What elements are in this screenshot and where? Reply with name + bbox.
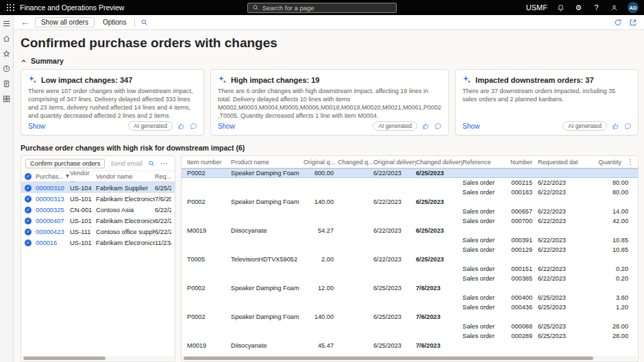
col-product-name[interactable]: Product name [231, 159, 304, 166]
show-all-orders-button[interactable]: Show all orders [35, 17, 95, 27]
cell-vendor-name: Contoso Asia [96, 206, 155, 214]
col-requested-date[interactable]: Requested date [532, 159, 578, 166]
po-line-row[interactable]: T0005TelevisionHDTVX590522.006/22/20236/… [182, 255, 638, 264]
col-reference[interactable]: Reference [462, 159, 502, 166]
col-vendor[interactable]: Vendor ... [70, 170, 96, 183]
options-menu[interactable]: Options [100, 18, 129, 27]
workspaces-icon[interactable] [3, 94, 11, 103]
col-changed-delivery[interactable]: Changed delivery d... [416, 159, 462, 166]
back-arrow-icon[interactable]: ← [21, 18, 29, 27]
show-link[interactable]: Show [462, 122, 480, 130]
thumbs-up-icon[interactable] [612, 122, 619, 130]
scrollbar-thumb[interactable] [184, 357, 593, 360]
po-line-row[interactable]: M0019Diisocyanate54.276/22/20236/25/2023 [182, 226, 638, 235]
page-search-input[interactable]: Search for a page [247, 3, 397, 13]
thumbs-up-icon[interactable] [422, 122, 430, 130]
grid-more-icon[interactable]: ⋮ [627, 158, 634, 166]
summary-section-toggle[interactable]: Summary [21, 57, 639, 65]
downstream-order-row[interactable]: Sales order0001836/22/202380.00 [182, 188, 638, 197]
downstream-order-row[interactable]: Sales order0001516/22/20230.20 [182, 264, 638, 274]
downstream-order-row[interactable]: Sales order0007006/22/202342.00 [182, 216, 638, 226]
home-icon[interactable] [3, 34, 11, 42]
chat-feedback-icon[interactable] [190, 122, 197, 130]
po-row[interactable]: ✓000016US-101Fabrikam Electronics11/23/2 [21, 237, 175, 248]
cell-requested-date: 6/25/2023 [532, 333, 578, 339]
po-line-row[interactable]: P0002Speaker Damping Foam140.006/22/2023… [182, 197, 638, 207]
po-link[interactable]: 00000423 [36, 228, 64, 235]
open-in-new-window-icon[interactable] [629, 18, 637, 27]
col-original-delivery[interactable]: Original delivery d... [373, 159, 416, 166]
menu-icon[interactable] [3, 19, 11, 27]
downstream-order-row[interactable]: Sales order0004366/25/20231.20 [182, 302, 638, 312]
toolbar-more-icon[interactable]: ⋯ [160, 159, 168, 167]
send-email-button[interactable]: Send email [110, 160, 143, 167]
downstream-order-row[interactable]: Sales order0003916/22/202310.85 [182, 235, 638, 245]
downstream-order-row[interactable]: Sales order0002156/22/202380.00 [182, 178, 638, 188]
avatar[interactable]: AD [628, 2, 639, 13]
cell-quantity: 10.85 [578, 246, 634, 253]
downstream-order-row[interactable]: Sales order0001296/22/202310.85 [182, 245, 638, 255]
horizontal-scrollbar[interactable] [22, 356, 174, 361]
po-link[interactable]: 00000325 [36, 206, 64, 214]
po-row[interactable]: ✓00000325CN-001Contoso Asia6/22/20 [21, 204, 175, 215]
star-favorites-icon[interactable] [3, 49, 11, 57]
show-link[interactable]: Show [218, 122, 235, 130]
cell-requested-date: 6/22/2023 [532, 246, 578, 253]
refresh-icon[interactable] [614, 18, 622, 27]
downstream-order-row[interactable]: Sales order0002896/25/202328.00 [182, 331, 638, 341]
downstream-order-row[interactable]: Sales order0000886/25/202328.00 [182, 322, 638, 331]
row-checkbox[interactable]: ✓ [25, 185, 32, 192]
chat-feedback-icon[interactable] [434, 122, 442, 130]
help-icon[interactable]: ? [592, 3, 601, 12]
row-checkbox[interactable]: ✓ [25, 229, 32, 235]
po-row[interactable]: ✓00000423US-111Contoso office supply6/22… [21, 226, 175, 237]
downstream-order-row[interactable]: Sales order0004006/25/20233.60 [182, 293, 638, 302]
col-changed-qty[interactable]: Changed q... [338, 159, 373, 166]
cell-requested-date: 6/25/2023 [532, 294, 578, 301]
notifications-icon[interactable] [556, 4, 565, 12]
clock-recent-icon[interactable] [3, 64, 11, 73]
settings-gear-icon[interactable]: ⚙ [574, 3, 583, 12]
form-document-icon[interactable] [3, 79, 11, 88]
po-line-row[interactable]: P0002Speaker Damping Foam800.006/22/2023… [182, 168, 638, 178]
downstream-order-row[interactable]: Sales order0006576/22/202314.00 [182, 207, 638, 216]
cell-number: 000129 [502, 246, 532, 253]
scrollbar-thumb[interactable] [23, 357, 106, 360]
po-link[interactable]: 00000310 [36, 184, 64, 192]
po-line-row[interactable]: P0002Speaker Damping Foam12.006/25/20237… [182, 283, 638, 293]
col-number[interactable]: Number [502, 159, 532, 166]
po-link[interactable]: 00000407 [36, 217, 64, 224]
thumbs-up-icon[interactable] [177, 122, 185, 130]
cell-number: 000151 [502, 266, 532, 272]
confirm-purchase-orders-button[interactable]: Confirm purchase orders [25, 159, 105, 168]
downstream-order-row[interactable]: Sales order0003856/22/20230.20 [182, 274, 638, 283]
horizontal-scrollbar[interactable] [182, 356, 637, 361]
po-line-row[interactable]: M0019Diisocyanate45.476/25/20237/6/2023 [182, 341, 638, 350]
person-icon[interactable] [610, 4, 619, 12]
chat-feedback-icon[interactable] [624, 122, 632, 130]
cell-requested: 11/23/2 [155, 239, 171, 246]
col-original-qty[interactable]: Original q... [304, 159, 338, 166]
cell-original-qty: 140.00 [304, 198, 338, 205]
col-vendor-name[interactable]: Vendor name [96, 173, 155, 180]
po-row[interactable]: ✓00000310US-104Fabrikam Supplier6/25/20 [21, 182, 175, 193]
row-checkbox[interactable]: ✓ [25, 240, 32, 246]
po-line-row[interactable]: P0002Speaker Damping Foam140.006/25/2023… [182, 312, 638, 322]
col-quantity[interactable]: Quantity [578, 159, 627, 166]
col-requested[interactable]: Req... [155, 173, 171, 180]
po-row[interactable]: ✓00000313US-101Fabrikam Electronics7/6/2… [21, 193, 175, 204]
actionbar-search-icon[interactable] [140, 18, 148, 26]
row-checkbox[interactable]: ✓ [25, 218, 32, 224]
app-launcher-icon[interactable] [7, 4, 14, 12]
row-checkbox[interactable]: ✓ [25, 207, 32, 214]
grid-search-icon[interactable] [148, 160, 155, 167]
row-checkbox[interactable]: ✓ [25, 196, 32, 203]
company-picker[interactable]: USMF [526, 3, 547, 12]
col-item-number[interactable]: Item number [187, 159, 231, 166]
po-row[interactable]: ✓00000407US-101Fabrikam Electronics6/22/… [21, 215, 175, 226]
cell-item-number: M0019 [187, 342, 231, 349]
po-link[interactable]: 00000313 [36, 195, 64, 203]
po-link[interactable]: 000016 [36, 239, 57, 246]
show-link[interactable]: Show [28, 122, 45, 130]
select-all-checkbox[interactable]: ✓ [25, 173, 32, 180]
